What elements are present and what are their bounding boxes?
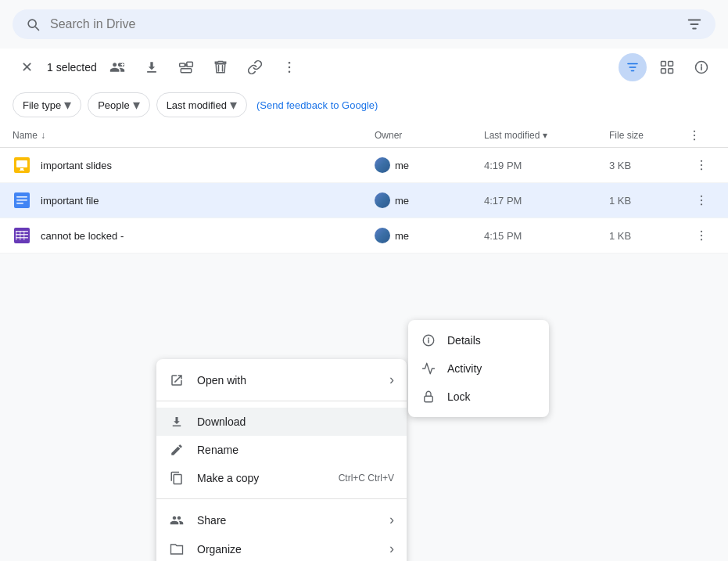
svg-point-12 bbox=[694, 131, 695, 132]
avatar bbox=[375, 228, 390, 243]
submenu-item-label: Lock bbox=[447, 390, 536, 403]
svg-rect-17 bbox=[20, 168, 23, 170]
download-icon bbox=[169, 414, 185, 430]
more-column-header bbox=[687, 128, 715, 142]
chevron-down-icon: ▾ bbox=[64, 96, 71, 113]
slides-file-icon bbox=[13, 156, 31, 174]
rename-icon bbox=[169, 442, 185, 458]
svg-point-19 bbox=[701, 160, 702, 162]
svg-rect-34 bbox=[20, 231, 21, 240]
link-button[interactable] bbox=[241, 53, 269, 81]
svg-point-4 bbox=[289, 62, 291, 64]
file-type-chip[interactable]: File type ▾ bbox=[13, 92, 81, 117]
submenu-arrow-icon: › bbox=[389, 541, 394, 557]
svg-rect-32 bbox=[16, 237, 28, 239]
size-column-header: File size bbox=[609, 130, 687, 141]
svg-rect-42 bbox=[425, 396, 433, 402]
activity-icon bbox=[421, 361, 436, 376]
last-modified-chip[interactable]: Last modified ▾ bbox=[156, 92, 247, 117]
svg-point-36 bbox=[701, 231, 702, 232]
menu-item-rename[interactable]: Rename bbox=[156, 436, 407, 464]
owner-column-header: Owner bbox=[375, 130, 484, 141]
people-chip[interactable]: People ▾ bbox=[88, 92, 149, 117]
info-button[interactable] bbox=[687, 53, 715, 81]
menu-item-download[interactable]: Download bbox=[156, 408, 407, 436]
trash-button[interactable] bbox=[206, 53, 235, 81]
svg-point-6 bbox=[289, 71, 291, 74]
svg-rect-16 bbox=[16, 160, 27, 167]
menu-item-make-a-copy[interactable]: Make a copy Ctrl+C Ctrl+V bbox=[156, 464, 407, 492]
file-type-label: File type bbox=[23, 99, 61, 111]
chevron-down-icon: ▾ bbox=[230, 96, 237, 113]
move-button[interactable] bbox=[172, 53, 200, 81]
svg-rect-1 bbox=[179, 63, 185, 67]
file-list: important slides me 4:19 PM 3 KB importa… bbox=[0, 148, 728, 254]
filter-bar: File type ▾ People ▾ Last modified ▾ (Se… bbox=[0, 86, 728, 124]
copy-icon bbox=[169, 470, 185, 486]
menu-item-organize[interactable]: Organize › bbox=[156, 534, 407, 561]
submenu: Details Activity Lock bbox=[408, 320, 549, 417]
svg-rect-8 bbox=[669, 62, 673, 67]
svg-rect-33 bbox=[16, 231, 17, 240]
table-row[interactable]: important slides me 4:19 PM 3 KB bbox=[0, 148, 728, 183]
filter-options-button[interactable] bbox=[686, 16, 703, 33]
search-input[interactable] bbox=[50, 17, 676, 31]
more-options-button[interactable] bbox=[275, 53, 303, 81]
svg-point-20 bbox=[701, 164, 702, 166]
share-icon bbox=[169, 512, 185, 528]
file-name: important file bbox=[41, 195, 375, 207]
context-menu: Open with › Download Rename bbox=[156, 359, 407, 561]
add-person-button[interactable] bbox=[103, 53, 131, 81]
svg-point-38 bbox=[701, 239, 702, 240]
filter-active-button[interactable] bbox=[619, 53, 647, 81]
submenu-item-lock[interactable]: Lock bbox=[408, 383, 549, 411]
submenu-item-activity[interactable]: Activity bbox=[408, 354, 549, 383]
file-list-header: Name ↓ Owner Last modified ▾ File size bbox=[0, 124, 728, 148]
file-more-button[interactable] bbox=[687, 188, 715, 213]
sheets-file-icon bbox=[13, 226, 31, 245]
menu-divider bbox=[156, 498, 407, 499]
svg-rect-31 bbox=[16, 234, 28, 236]
file-name: important slides bbox=[41, 160, 375, 171]
file-size: 1 KB bbox=[609, 230, 687, 242]
svg-point-14 bbox=[694, 138, 695, 140]
close-selection-button[interactable]: ✕ bbox=[13, 53, 41, 81]
open-with-icon bbox=[169, 372, 185, 388]
feedback-link[interactable]: (Send feedback to Google) bbox=[256, 99, 378, 111]
shortcut-label: Ctrl+C Ctrl+V bbox=[339, 473, 394, 484]
svg-rect-3 bbox=[181, 69, 191, 73]
grid-view-button[interactable] bbox=[653, 53, 681, 81]
submenu-item-label: Activity bbox=[447, 362, 536, 375]
menu-item-share[interactable]: Share › bbox=[156, 505, 407, 534]
file-owner: me bbox=[375, 157, 484, 173]
file-modified: 4:19 PM bbox=[484, 160, 609, 171]
submenu-item-details[interactable]: Details bbox=[408, 326, 549, 354]
name-column-header[interactable]: Name ↓ bbox=[13, 130, 375, 141]
svg-point-26 bbox=[701, 196, 702, 197]
table-row[interactable]: cannot be locked - me 4:15 PM 1 KB bbox=[0, 218, 728, 254]
submenu-arrow-icon: › bbox=[389, 372, 394, 388]
svg-point-37 bbox=[701, 235, 702, 236]
details-icon bbox=[421, 333, 436, 348]
avatar bbox=[375, 192, 390, 208]
menu-divider bbox=[156, 401, 407, 401]
menu-item-open-with[interactable]: Open with › bbox=[156, 365, 407, 394]
submenu-arrow-icon: › bbox=[389, 512, 394, 528]
people-label: People bbox=[98, 99, 129, 111]
file-more-button[interactable] bbox=[687, 223, 715, 248]
search-bar bbox=[13, 9, 715, 39]
svg-point-28 bbox=[701, 203, 702, 205]
svg-rect-30 bbox=[16, 231, 28, 232]
download-button[interactable] bbox=[138, 53, 166, 81]
selected-count: 1 selected bbox=[47, 61, 97, 74]
svg-point-27 bbox=[701, 200, 702, 201]
svg-point-21 bbox=[701, 168, 702, 170]
sort-arrow-icon: ↓ bbox=[41, 130, 45, 141]
svg-rect-9 bbox=[662, 69, 666, 74]
file-more-button[interactable] bbox=[687, 153, 715, 178]
file-modified: 4:15 PM bbox=[484, 230, 609, 242]
modified-column-header[interactable]: Last modified ▾ bbox=[484, 130, 609, 141]
file-size: 3 KB bbox=[609, 160, 687, 171]
table-row[interactable]: important file me 4:17 PM 1 KB bbox=[0, 183, 728, 218]
menu-item-label: Share bbox=[197, 514, 377, 527]
